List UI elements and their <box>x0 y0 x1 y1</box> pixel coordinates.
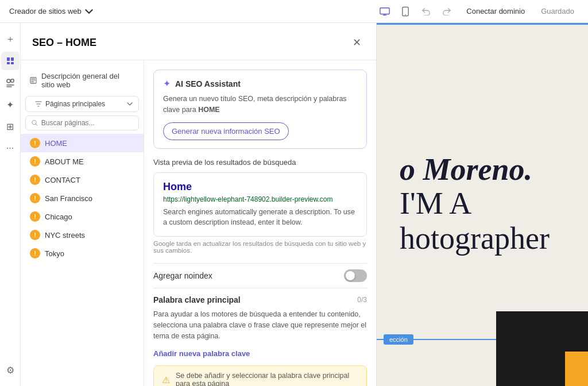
preview-subheading: hotographer <box>400 221 550 256</box>
sidebar-icon-more[interactable]: ··· <box>1 139 20 157</box>
svg-point-7 <box>7 79 10 83</box>
page-dot-home: ! <box>30 138 40 148</box>
saved-status: Guardado <box>536 5 579 18</box>
seo-panel: SEO – HOME ✕ Descripción general del sit… <box>21 23 377 386</box>
svg-rect-5 <box>7 62 10 64</box>
page-dot-about: ! <box>30 156 40 167</box>
ai-description: Genera un nuevo título SEO, meta descrip… <box>163 94 357 115</box>
seo-layout: Descripción general del sitio web Página… <box>21 60 376 386</box>
page-dot-sf: ! <box>30 193 40 203</box>
preview-name-italic: o Moreno. <box>400 152 532 187</box>
close-button[interactable]: ✕ <box>349 34 365 51</box>
device-icons <box>377 3 455 20</box>
page-item-contact[interactable]: ! CONTACT <box>21 171 144 189</box>
noindex-row: Agregar noindex <box>153 263 367 288</box>
seo-panel-title: SEO – HOME <box>32 37 96 49</box>
orange-strip <box>565 352 588 386</box>
preview-heading: o Moreno. I'M A <box>400 153 565 221</box>
svg-rect-6 <box>11 62 14 64</box>
page-item-chicago[interactable]: ! Chicago <box>21 207 144 226</box>
noindex-label: Agregar noindex <box>153 271 212 280</box>
keyword-label: Palabra clave principal <box>153 295 241 304</box>
preview-heading-normal: I'M A <box>400 186 471 221</box>
search-input[interactable] <box>41 119 133 127</box>
ai-sparkle-icon: ✦ <box>163 78 171 89</box>
seo-panel-header: SEO – HOME ✕ <box>21 23 376 60</box>
svg-rect-4 <box>11 57 14 61</box>
svg-rect-3 <box>7 57 10 61</box>
nav-general[interactable]: Descripción general del sitio web <box>21 67 144 94</box>
desktop-icon[interactable] <box>377 3 393 20</box>
left-sidebar: ＋ ✦ ⊞ ··· ⚙ <box>0 23 21 386</box>
page-item-about[interactable]: ! ABOUT ME <box>21 152 144 171</box>
warning-text: Se debe añadir y seleccionar la palabra … <box>176 372 358 386</box>
keyword-count: 0/3 <box>357 296 367 304</box>
keyword-description: Para ayudar a los motores de búsqueda a … <box>153 309 367 341</box>
search-preview-box: Home https://lightyellow-elephant-748902… <box>153 172 367 237</box>
ai-header: ✦ AI SEO Assistant <box>163 78 357 89</box>
page-item-tokyo[interactable]: ! Tokyo <box>21 244 144 263</box>
sidebar-icon-settings[interactable]: ⚙ <box>1 361 20 379</box>
keyword-header: Palabra clave principal 0/3 <box>153 295 367 304</box>
chevron-down-icon <box>127 102 133 106</box>
keyword-warning-box: ⚠ Se debe añadir y seleccionar la palabr… <box>153 365 367 386</box>
preview-title: Home <box>163 181 357 193</box>
description-icon <box>30 76 37 84</box>
page-item-sf[interactable]: ! San Francisco <box>21 189 144 207</box>
seo-content: ✦ AI SEO Assistant Genera un nuevo títul… <box>144 60 376 386</box>
seo-nav: Descripción general del sitio web Página… <box>21 60 144 386</box>
preview-description: Search engines automatically generate a … <box>163 207 357 229</box>
website-preview: o Moreno. I'M A hotographer ección ⇕ <box>377 23 588 386</box>
pages-dropdown[interactable]: Páginas principales <box>25 96 139 112</box>
dark-image-area <box>496 311 588 386</box>
add-keyword-button[interactable]: Añadir nueva palabra clave <box>153 349 250 358</box>
svg-rect-0 <box>380 7 389 14</box>
chevron-down-icon <box>85 7 93 16</box>
page-search[interactable] <box>25 115 139 130</box>
app-title: Creador de sitios web <box>9 7 82 16</box>
svg-rect-8 <box>11 79 14 82</box>
sidebar-icon-pages[interactable] <box>1 52 20 70</box>
topbar-right: Conectar dominio Guardado <box>377 3 579 20</box>
page-dot-tokyo: ! <box>30 248 40 258</box>
page-dot-contact: ! <box>30 175 40 185</box>
ai-box: ✦ AI SEO Assistant Genera un nuevo títul… <box>153 70 367 149</box>
ai-title: AI SEO Assistant <box>175 79 241 88</box>
warning-icon: ⚠ <box>162 375 170 385</box>
google-note: Google tarda en actualizar los resultado… <box>153 240 367 254</box>
page-item-nyc[interactable]: ! NYC streets <box>21 226 144 244</box>
sidebar-icon-apps[interactable]: ⊞ <box>1 117 20 136</box>
page-item-home[interactable]: ! HOME <box>21 134 144 152</box>
sidebar-icon-design[interactable]: ✦ <box>1 95 20 114</box>
undo-icon[interactable] <box>418 3 434 20</box>
generate-seo-button[interactable]: Generar nueva información SEO <box>163 122 289 140</box>
search-icon <box>32 119 38 126</box>
topbar: Creador de sitios web <box>0 0 588 23</box>
mobile-icon[interactable] <box>397 3 413 20</box>
redo-icon[interactable] <box>439 3 455 20</box>
page-dot-chicago: ! <box>30 211 40 222</box>
sidebar-icon-add[interactable]: ＋ <box>1 30 20 48</box>
app-title-area[interactable]: Creador de sitios web <box>9 7 93 16</box>
selection-badge: ección <box>384 334 413 345</box>
search-preview-title: Vista previa de los resultados de búsque… <box>153 158 367 167</box>
preview-url: https://lightyellow-elephant-748902.buil… <box>163 195 357 203</box>
connect-domain-button[interactable]: Conectar dominio <box>462 5 529 18</box>
keyword-section: Palabra clave principal 0/3 Para ayudar … <box>153 288 367 386</box>
filter-icon <box>35 101 42 107</box>
page-dot-nyc: ! <box>30 230 40 240</box>
main-area: SEO – HOME ✕ Descripción general del sit… <box>21 23 588 386</box>
sidebar-icon-elements[interactable] <box>1 74 20 92</box>
noindex-toggle[interactable] <box>344 269 367 282</box>
svg-point-2 <box>405 14 406 15</box>
